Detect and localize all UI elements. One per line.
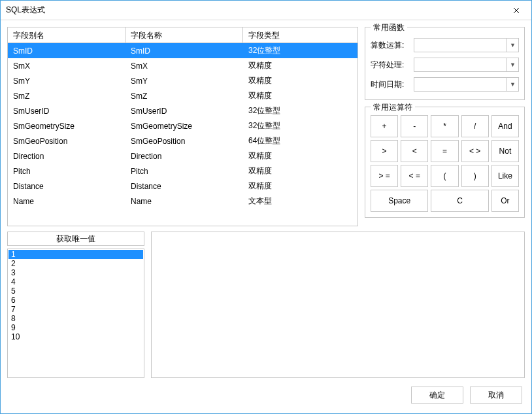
cell-alias: SmGeoPosition (8, 135, 125, 148)
cell-type: 双精度 (243, 58, 357, 73)
table-row[interactable]: SmUserIDSmUserID32位整型 (8, 103, 357, 118)
table-row[interactable]: DistanceDistance双精度 (8, 179, 357, 194)
operator-button[interactable]: Like (491, 165, 519, 187)
chevron-down-icon: ▼ (507, 78, 518, 91)
col-header-name[interactable]: 字段名称 (125, 27, 243, 43)
cell-name: SmGeometrySize (125, 120, 243, 133)
table-row[interactable]: SmGeoPositionSmGeoPosition64位整型 (8, 133, 357, 148)
arith-combo[interactable]: ▼ (414, 38, 519, 52)
list-item[interactable]: 5 (8, 286, 143, 296)
cell-name: SmY (125, 75, 243, 88)
arith-label: 算数运算: (371, 40, 410, 51)
operators-group: 常用运算符 +-*/And><=< >Not> =< =()LikeSpaceC… (365, 107, 525, 218)
operator-button[interactable]: < > (461, 140, 489, 162)
datetime-combo[interactable]: ▼ (414, 77, 519, 92)
table-row[interactable]: SmGeometrySizeSmGeometrySize32位整型 (8, 118, 357, 133)
list-item[interactable]: 6 (8, 296, 143, 305)
cell-type: 64位整型 (243, 133, 357, 148)
chevron-down-icon: ▼ (507, 58, 518, 71)
table-row[interactable]: PitchPitch双精度 (8, 164, 357, 179)
string-combo-value (414, 58, 507, 71)
list-item[interactable]: 9 (8, 323, 143, 332)
list-item[interactable]: 3 (8, 268, 143, 277)
operator-button[interactable]: / (461, 115, 489, 137)
cell-alias: SmGeometrySize (8, 120, 125, 133)
cell-alias: Distance (8, 180, 125, 193)
operators-legend: 常用运算符 (371, 102, 415, 113)
list-item[interactable]: 8 (8, 314, 143, 323)
fields-header: 字段别名 字段名称 字段类型 (8, 27, 357, 43)
operator-button[interactable]: And (491, 115, 519, 137)
close-button[interactable] (507, 1, 526, 20)
operator-button[interactable]: > (371, 140, 398, 162)
table-row[interactable]: SmXSmX双精度 (8, 58, 357, 73)
cell-name: SmGeoPosition (125, 135, 243, 148)
cell-type: 32位整型 (243, 118, 357, 133)
table-row[interactable]: SmIDSmID32位整型 (8, 43, 357, 58)
ok-button[interactable]: 确定 (411, 387, 463, 404)
operators-grid: +-*/And><=< >Not> =< =()LikeSpaceCOr (371, 115, 519, 212)
operator-button[interactable]: + (371, 115, 398, 137)
side-panel: 常用函数 算数运算: ▼ 字符处理: ▼ (365, 27, 525, 226)
cancel-button[interactable]: 取消 (470, 387, 522, 404)
cell-type: 32位整型 (243, 43, 357, 58)
list-item[interactable]: 2 (8, 259, 143, 268)
cell-name: Distance (125, 180, 243, 193)
cell-alias: SmZ (8, 90, 125, 103)
datetime-label: 时间日期: (371, 79, 410, 90)
operator-button[interactable]: * (431, 115, 458, 137)
cell-type: 双精度 (243, 179, 357, 194)
operator-button[interactable]: = (431, 140, 458, 162)
table-row[interactable]: NameName文本型 (8, 194, 357, 209)
cell-alias: SmX (8, 60, 125, 73)
col-header-alias[interactable]: 字段别名 (8, 27, 125, 43)
cell-name: SmID (125, 44, 243, 58)
cell-type: 双精度 (243, 148, 357, 164)
list-item[interactable]: 7 (8, 305, 143, 314)
string-combo[interactable]: ▼ (414, 58, 519, 72)
fields-body[interactable]: SmIDSmID32位整型SmXSmX双精度SmYSmY双精度SmZSmZ双精度… (8, 43, 357, 226)
cell-name: SmUserID (125, 105, 243, 118)
datetime-row: 时间日期: ▼ (371, 75, 519, 94)
lower-panel: 获取唯一值 12345678910 (7, 232, 525, 378)
fields-table[interactable]: 字段别名 字段名称 字段类型 SmIDSmID32位整型SmXSmX双精度SmY… (7, 27, 358, 226)
dialog-footer: 确定 取消 (7, 383, 525, 407)
list-item[interactable]: 4 (8, 277, 143, 286)
get-unique-button[interactable]: 获取唯一值 (7, 232, 144, 246)
cell-type: 双精度 (243, 164, 357, 179)
operator-space-button[interactable]: Space (371, 190, 428, 212)
cell-type: 双精度 (243, 88, 357, 103)
operator-c-button[interactable]: C (431, 190, 488, 212)
unique-values-list[interactable]: 12345678910 (7, 249, 144, 378)
expression-textarea[interactable] (151, 232, 525, 378)
functions-legend: 常用函数 (371, 22, 407, 33)
operator-button[interactable]: - (401, 115, 428, 137)
operator-button[interactable]: ) (461, 165, 489, 187)
cell-name: Direction (125, 150, 243, 163)
string-row: 字符处理: ▼ (371, 55, 519, 75)
list-item[interactable]: 10 (8, 332, 143, 341)
col-header-type[interactable]: 字段类型 (243, 27, 357, 43)
content-area: 字段别名 字段名称 字段类型 SmIDSmID32位整型SmXSmX双精度SmY… (1, 20, 531, 413)
table-row[interactable]: SmZSmZ双精度 (8, 88, 357, 103)
functions-group: 常用函数 算数运算: ▼ 字符处理: ▼ (365, 27, 525, 100)
operator-button[interactable]: < (401, 140, 428, 162)
upper-panel: 字段别名 字段名称 字段类型 SmIDSmID32位整型SmXSmX双精度SmY… (7, 27, 525, 226)
cell-alias: Direction (8, 150, 125, 163)
operator-or-button[interactable]: Or (491, 190, 519, 212)
operator-button[interactable]: ( (431, 165, 458, 187)
table-row[interactable]: SmYSmY双精度 (8, 73, 357, 88)
operator-button[interactable]: < = (401, 165, 428, 187)
operator-button[interactable]: Not (491, 140, 519, 162)
cell-alias: SmY (8, 75, 125, 88)
chevron-down-icon: ▼ (507, 39, 518, 52)
cell-type: 32位整型 (243, 103, 357, 118)
table-row[interactable]: DirectionDirection双精度 (8, 148, 357, 164)
title-bar: SQL表达式 (1, 1, 531, 20)
cell-alias: SmID (8, 44, 125, 58)
cell-alias: Name (8, 195, 125, 208)
list-item[interactable]: 1 (8, 250, 143, 259)
operator-button[interactable]: > = (371, 165, 398, 187)
cell-type: 文本型 (243, 194, 357, 209)
cell-name: Name (125, 195, 243, 208)
